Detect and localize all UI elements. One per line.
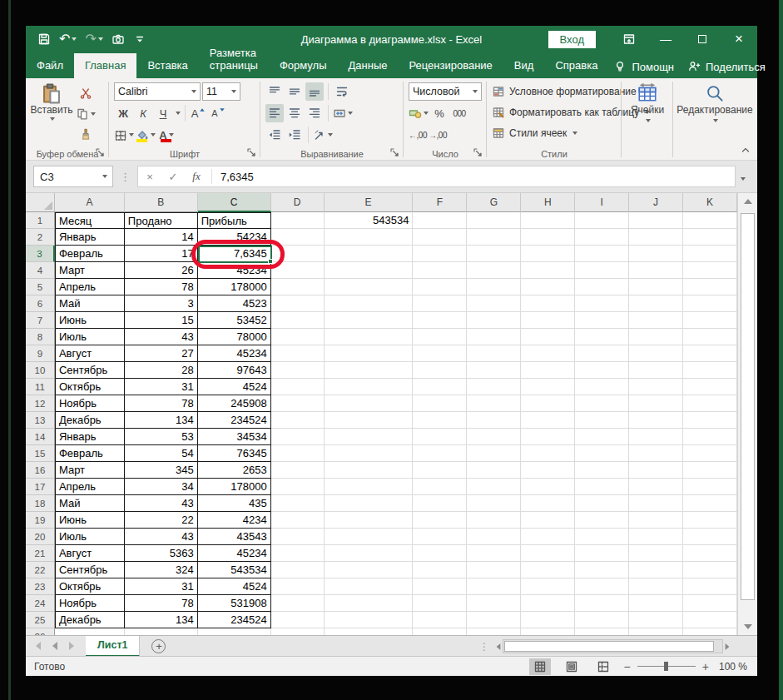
borders-button[interactable] — [114, 126, 134, 144]
cell-E15[interactable] — [325, 445, 414, 462]
row-header-9[interactable]: 9 — [26, 345, 55, 362]
cell-H6[interactable] — [521, 295, 575, 312]
cell-E10[interactable] — [325, 362, 414, 379]
cell-G22[interactable] — [467, 562, 521, 578]
copy-button[interactable] — [76, 105, 96, 123]
align-right-button[interactable] — [305, 104, 324, 122]
cell-F7[interactable] — [413, 312, 467, 329]
cell-H4[interactable] — [521, 262, 575, 279]
cell-C3[interactable]: 7,6345 — [198, 246, 271, 262]
row-header-16[interactable]: 16 — [26, 462, 55, 479]
cell-G13[interactable] — [467, 412, 521, 429]
cell-H24[interactable] — [521, 595, 575, 612]
page-break-view-button[interactable] — [592, 658, 614, 675]
cell-J26[interactable] — [629, 628, 683, 635]
align-left-button[interactable] — [265, 104, 284, 122]
row-header-11[interactable]: 11 — [26, 379, 55, 395]
font-dialog-launcher[interactable] — [245, 146, 258, 159]
cell-I19[interactable] — [575, 512, 629, 529]
cell-A25[interactable]: Декабрь — [55, 612, 125, 628]
cell-A10[interactable]: Сентябрь — [55, 362, 125, 379]
cell-J12[interactable] — [629, 395, 683, 412]
clipboard-dialog-launcher[interactable] — [93, 146, 107, 159]
cell-F20[interactable] — [413, 529, 467, 545]
cell-D5[interactable] — [271, 279, 325, 295]
prev-sheet-button[interactable] — [36, 642, 41, 650]
collapse-ribbon-button[interactable] — [739, 143, 752, 156]
cell-H8[interactable] — [521, 329, 575, 345]
cell-A17[interactable]: Апрель — [55, 479, 125, 495]
customize-qat-icon[interactable] — [133, 32, 146, 46]
cell-I15[interactable] — [575, 445, 629, 462]
cell-K9[interactable] — [683, 345, 737, 362]
cell-J25[interactable] — [629, 612, 683, 628]
cell-K3[interactable] — [683, 246, 737, 262]
scroll-right-button[interactable] — [726, 643, 730, 650]
cell-F5[interactable] — [413, 279, 467, 295]
cells-button[interactable]: Ячейки — [623, 81, 671, 122]
cell-B18[interactable]: 43 — [125, 495, 198, 512]
cell-F11[interactable] — [413, 379, 467, 395]
cell-A20[interactable]: Июль — [55, 529, 125, 545]
row-header-4[interactable]: 4 — [26, 262, 55, 279]
tell-me-button[interactable]: Помощн — [608, 60, 682, 78]
cell-K23[interactable] — [683, 578, 737, 595]
cell-E11[interactable] — [325, 379, 414, 395]
cell-K20[interactable] — [683, 529, 737, 545]
cell-A7[interactable]: Июнь — [55, 312, 125, 329]
cell-K8[interactable] — [683, 329, 737, 345]
cell-B1[interactable]: Продано — [125, 212, 198, 229]
cell-I11[interactable] — [575, 379, 629, 395]
horizontal-scroll-thumb[interactable] — [504, 641, 714, 652]
cell-J2[interactable] — [629, 229, 683, 246]
cell-A5[interactable]: Апрель — [55, 279, 125, 295]
cell-E25[interactable] — [325, 612, 414, 628]
cell-K2[interactable] — [683, 229, 737, 246]
cell-B3[interactable]: 17 — [125, 246, 198, 262]
column-header-A[interactable]: A — [55, 193, 125, 212]
cell-B11[interactable]: 31 — [125, 379, 198, 395]
cell-F18[interactable] — [413, 495, 467, 512]
cell-A11[interactable]: Октябрь — [55, 379, 125, 395]
cell-E8[interactable] — [325, 329, 414, 345]
cell-F14[interactable] — [413, 429, 467, 445]
cut-button[interactable] — [76, 84, 96, 102]
cell-H16[interactable] — [521, 462, 575, 479]
cell-C14[interactable]: 34534 — [198, 429, 271, 445]
cell-D1[interactable] — [271, 212, 325, 229]
column-header-K[interactable]: K — [683, 193, 737, 212]
row-header-1[interactable]: 1 — [26, 212, 55, 229]
cell-A21[interactable]: Август — [55, 545, 125, 562]
cell-C21[interactable]: 45234 — [198, 545, 271, 562]
column-header-H[interactable]: H — [521, 193, 575, 212]
cell-K10[interactable] — [683, 362, 737, 379]
normal-view-button[interactable] — [529, 658, 551, 675]
cell-A22[interactable]: Сентябрь — [55, 562, 125, 578]
cell-F4[interactable] — [413, 262, 467, 279]
bold-button[interactable]: Ж — [114, 104, 132, 122]
cell-F24[interactable] — [413, 595, 467, 612]
cell-D22[interactable] — [271, 562, 325, 578]
cell-C16[interactable]: 2653 — [198, 462, 271, 479]
cell-C5[interactable]: 178000 — [198, 279, 271, 295]
cell-F12[interactable] — [413, 395, 467, 412]
cell-B24[interactable]: 78 — [125, 595, 198, 612]
cell-A12[interactable]: Ноябрь — [55, 395, 125, 412]
cell-I17[interactable] — [575, 479, 629, 495]
cell-A13[interactable]: Декабрь — [55, 412, 125, 429]
row-header-26[interactable]: 26 — [26, 628, 55, 635]
cell-A16[interactable]: Март — [55, 462, 125, 479]
cell-J3[interactable] — [629, 246, 683, 262]
formula-bar-splitter[interactable]: ⋮ — [120, 171, 131, 183]
cell-J14[interactable] — [629, 429, 683, 445]
vertical-scrollbar[interactable] — [737, 193, 757, 635]
cell-C4[interactable]: 45234 — [198, 262, 271, 279]
paste-button[interactable]: Вставить — [27, 81, 76, 144]
comma-style-button[interactable]: 000 — [450, 104, 468, 122]
cell-E7[interactable] — [325, 312, 414, 329]
cell-B5[interactable]: 78 — [125, 279, 198, 295]
cell-C9[interactable]: 45234 — [198, 345, 271, 362]
redo-button[interactable]: ↷ — [85, 32, 102, 46]
sheet-tab-active[interactable]: Лист1 — [86, 636, 140, 657]
close-button[interactable]: × — [721, 26, 757, 52]
